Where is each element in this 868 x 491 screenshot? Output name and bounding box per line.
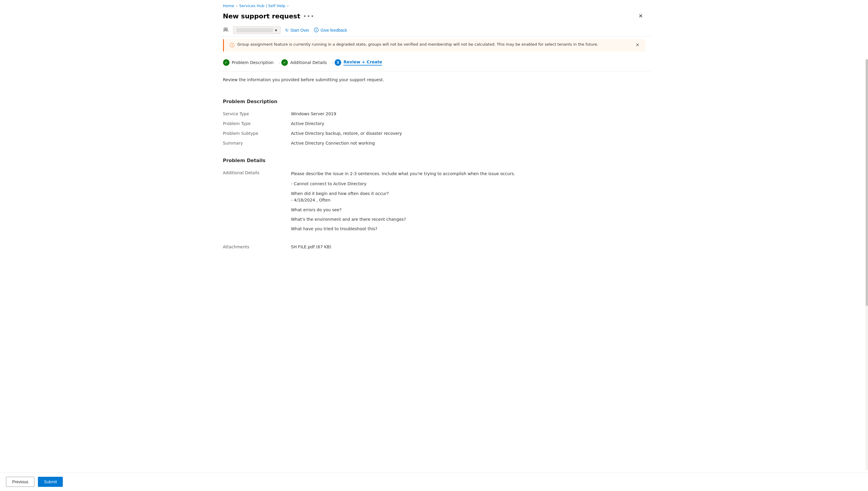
field-additional-details-value: Please describe the issue in 2-3 sentenc… [291,170,645,232]
more-options-button[interactable]: ••• [303,13,314,19]
scroll-thumb [866,59,868,276]
step-3-circle: 3 [335,59,341,66]
steps-bar: ✓ Problem Description › ✓ Additional Det… [217,54,651,71]
alert-message: Group assignment feature is currently ru… [238,42,598,47]
svg-point-2 [316,29,317,29]
detail-question-1: When did it begin and how often does it … [291,190,645,197]
detail-question-4: What have you tried to troubleshoot this… [291,226,645,232]
detail-intro: Please describe the issue in 2-3 sentenc… [291,170,645,177]
step-sep-1: › [277,60,281,65]
feedback-icon [314,28,319,33]
field-problem-subtype: Problem Subtype Active Directory backup,… [223,128,645,138]
breadcrumb-home[interactable]: Home [223,4,234,8]
field-service-type-label: Service Type [223,111,291,116]
close-button[interactable]: ✕ [636,11,645,21]
refresh-icon: ↻ [285,28,289,33]
field-attachments: Attachments SH FILE.pdf (67 KB) [223,242,645,252]
step-1-circle: ✓ [223,59,229,66]
field-additional-details-label: Additional Details [223,170,291,175]
field-service-type: Service Type Windows Server 2019 [223,109,645,119]
field-attachments-label: Attachments [223,244,291,249]
alert-banner: ⓘ Group assignment feature is currently … [223,39,645,52]
field-problem-type: Problem Type Active Directory [223,119,645,128]
review-intro: Review the information you provided befo… [223,77,645,82]
breadcrumb-sep-1: › [236,4,238,8]
svg-point-1 [226,28,227,30]
field-additional-details: Additional Details Please describe the i… [223,168,645,235]
main-content: Review the information you provided befo… [217,71,651,276]
toolbar: ▾ ↻ Start Over Give feedback [217,24,651,37]
breadcrumb-services-hub[interactable]: Services Hub | Self Help [239,4,285,8]
field-attachments-value: SH FILE.pdf (67 KB) [291,244,645,249]
step-additional-details[interactable]: ✓ Additional Details [281,57,330,67]
detail-question-2: What errors do you see? [291,206,645,213]
field-summary-label: Summary [223,141,291,145]
field-summary: Summary Active Directory Connection not … [223,138,645,148]
field-summary-value: Active Directory Connection not working [291,141,645,145]
field-problem-type-label: Problem Type [223,121,291,126]
field-problem-subtype-label: Problem Subtype [223,131,291,136]
detail-date: - 4/18/2024 , Often [291,197,645,203]
group-icon [223,27,228,33]
breadcrumb-sep-2: › [287,4,289,8]
step-sep-2: › [331,60,335,65]
step-review-create[interactable]: 3 Review + Create [335,57,385,67]
page-title: New support request [223,12,300,20]
checkmark-icon-2: ✓ [283,60,286,65]
checkmark-icon: ✓ [224,60,227,65]
alert-close-button[interactable]: ✕ [636,42,640,48]
scrollbar[interactable] [866,59,868,276]
problem-details-section-header: Problem Details [223,157,645,163]
step-3-label: Review + Create [344,60,382,65]
field-service-type-value: Windows Server 2019 [291,111,645,116]
field-problem-subtype-value: Active Directory backup, restore, or dis… [291,131,645,136]
alert-icon: ⓘ [230,42,235,49]
svg-rect-3 [316,30,317,31]
breadcrumb: Home › Services Hub | Self Help › [217,0,651,10]
start-over-button[interactable]: ↻ Start Over [285,28,309,33]
svg-point-0 [224,28,226,30]
step-2-label: Additional Details [290,60,327,65]
start-over-label: Start Over [290,28,309,33]
chevron-down-icon: ▾ [275,28,277,33]
problem-description-section-header: Problem Description [223,99,645,104]
field-problem-type-value: Active Directory [291,121,645,126]
detail-line-1: - Cannot connect to Active Directory [291,180,645,187]
give-feedback-button[interactable]: Give feedback [314,28,347,33]
dropdown-placeholder [236,28,273,32]
step-problem-description[interactable]: ✓ Problem Description [223,57,277,67]
feedback-label: Give feedback [320,28,347,33]
detail-question-3: What's the environment and are there rec… [291,216,645,223]
subscription-dropdown[interactable]: ▾ [233,26,280,34]
step-3-number: 3 [337,60,339,65]
step-2-circle: ✓ [281,59,288,66]
step-1-label: Problem Description [232,60,274,65]
page-header: New support request ••• ✕ [217,10,651,24]
